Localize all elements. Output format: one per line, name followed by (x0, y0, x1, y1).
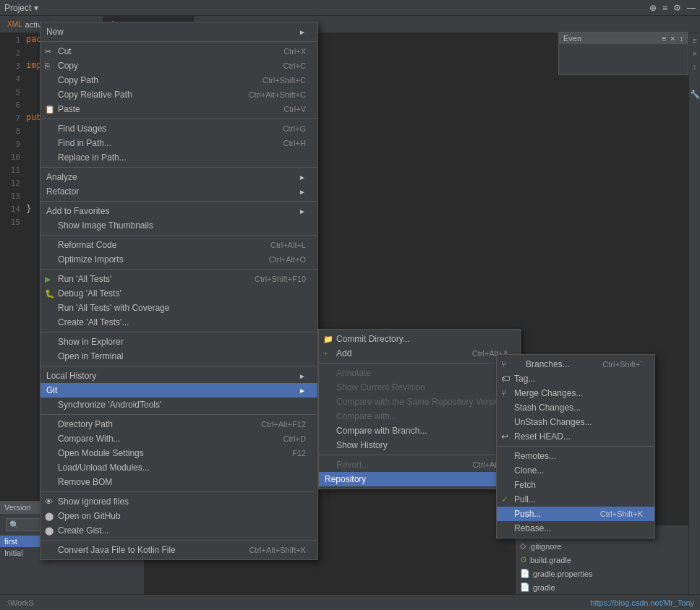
optimize-label: Optimize Imports (58, 254, 124, 265)
menu-item-copy[interactable]: ⎘ Copy Ctrl+C (40, 59, 317, 73)
event-log-icon-list[interactable]: ≡ (662, 34, 666, 43)
git-compare-branch[interactable]: Compare with Branch... (319, 424, 520, 438)
divider-8 (40, 366, 317, 366)
git-repository[interactable]: Repository ► (319, 472, 520, 486)
remote-merge[interactable]: ⑂ Merge Changes... (497, 386, 654, 400)
menu-item-find-usages[interactable]: Find Usages Ctrl+G (40, 121, 317, 136)
menu-item-compare-with[interactable]: Compare With... Ctrl+D (40, 431, 317, 446)
remote-pull[interactable]: ✓ Pull... (497, 492, 654, 507)
menu-item-run-coverage[interactable]: Run 'All Tests' with Coverage (40, 301, 317, 315)
topbar-icon-list[interactable]: ≡ (662, 3, 667, 13)
line-num-2: 2 (0, 48, 26, 58)
reformat-label: Reformat Code (58, 240, 116, 250)
event-log-panel: Even ≡ × ↕ (558, 32, 688, 75)
menu-item-copy-path[interactable]: Copy Path Ctrl+Shift+C (40, 73, 317, 87)
menu-item-local-history[interactable]: Local History ► (40, 369, 317, 383)
remote-unstash[interactable]: UnStash Changes... (497, 415, 654, 429)
menu-item-load-unload[interactable]: Load/Unload Modules... (40, 460, 317, 475)
menu-item-directory-path[interactable]: Directory Path Ctrl+Alt+F12 (40, 417, 317, 431)
git-revert[interactable]: Revert... Ctrl+Alt+Z (319, 458, 520, 472)
add-favorites-label: Add to Favorites (46, 206, 109, 216)
menu-item-analyze[interactable]: Analyze ► (40, 170, 317, 184)
divider-9 (40, 414, 317, 415)
divider-5 (40, 235, 317, 236)
menu-item-copy-relative[interactable]: Copy Relative Path Ctrl+Alt+Shift+C (40, 87, 317, 102)
line-num-14: 14 (0, 205, 26, 214)
git-compare-repo[interactable]: Compare with the Same Repository Version (319, 395, 520, 409)
remote-rebase[interactable]: Rebase... (497, 521, 654, 536)
menu-item-remove-bom[interactable]: Remove BOM (40, 475, 317, 489)
compare-with-shortcut: Ctrl+D (283, 434, 306, 443)
git-annotate[interactable]: Annotate (319, 366, 520, 380)
menu-item-add-favorites[interactable]: Add to Favorites ► (40, 204, 317, 218)
remote-remotes[interactable]: Remotes... (497, 449, 654, 463)
event-log-icon-expand[interactable]: ↕ (680, 34, 684, 43)
menu-item-refactor[interactable]: Refactor ► (40, 184, 317, 199)
menu-item-reformat[interactable]: Reformat Code Ctrl+Alt+L (40, 238, 317, 252)
menu-item-show-thumbnails[interactable]: Show Image Thumbnails (40, 218, 317, 233)
file-item-gradle[interactable]: 📄 gradle (516, 580, 688, 594)
git-compare-with-label: Compare with... (336, 411, 397, 421)
right-icon-2[interactable]: × (692, 49, 696, 58)
line-content-14: } (26, 204, 31, 214)
menu-item-git[interactable]: Git ► (40, 383, 317, 398)
remote-fetch[interactable]: Fetch (497, 478, 654, 492)
rebase-label: Rebase... (514, 523, 551, 533)
compare-repo-label: Compare with the Same Repository Version (336, 397, 505, 407)
remote-clone[interactable]: Clone... (497, 463, 654, 478)
find-usages-label: Find Usages (58, 124, 106, 134)
divider-1 (40, 41, 317, 42)
menu-item-replace-path[interactable]: Replace in Path... (40, 150, 317, 165)
build-gradle-icon: ⚙ (520, 555, 527, 564)
topbar-icon-minimize[interactable]: — (687, 3, 696, 13)
reset-icon: ↩ (501, 431, 508, 442)
menu-item-cut[interactable]: ✂ Cut Ctrl+X (40, 44, 317, 59)
menu-item-synchronize[interactable]: Synchronize 'AndroidTools' (40, 398, 317, 412)
git-show-history[interactable]: Show History (319, 438, 520, 452)
open-module-shortcut: F12 (292, 449, 306, 458)
event-log-icon-close[interactable]: × (670, 34, 675, 43)
menu-item-open-github[interactable]: ⬤ Open on GitHub (40, 509, 317, 523)
topbar-icon-settings[interactable]: ⚙ (673, 3, 681, 13)
status-url[interactable]: https://blog.csdn.net/Mr_Tony (590, 598, 694, 607)
build-gradle-label: build.gradle (530, 556, 571, 564)
file-item-gitignore[interactable]: ◇ .gitignore (516, 539, 688, 553)
menu-item-open-terminal[interactable]: Open in Terminal (40, 349, 317, 364)
copy-icon: ⎘ (45, 61, 50, 70)
gist-icon: ⬤ (45, 526, 54, 536)
git-commit-dir[interactable]: 📁 Commit Directory... (319, 332, 520, 346)
file-item-build-gradle[interactable]: ⚙ build.gradle (516, 553, 688, 567)
right-icon-wrench[interactable]: 🔧 (690, 90, 700, 99)
menu-item-convert-kotlin[interactable]: Convert Java File to Kotlin File Ctrl+Al… (40, 543, 317, 557)
menu-item-create-tests[interactable]: Create 'All Tests'... (40, 315, 317, 330)
menu-item-show-explorer[interactable]: Show in Explorer (40, 335, 317, 349)
remote-tag[interactable]: 🏷 Tag... (497, 371, 654, 386)
top-bar: Project ▾ ⊕ ≡ ⚙ — (0, 0, 700, 16)
analyze-label: Analyze (46, 172, 77, 182)
remote-push[interactable]: Push... Ctrl+Shift+K (497, 507, 654, 521)
right-icon-3[interactable]: ↕ (693, 62, 697, 71)
git-show-current[interactable]: Show Current Revision (319, 380, 520, 395)
topbar-icon-globe[interactable]: ⊕ (649, 3, 657, 13)
file-item-gradle-props[interactable]: 📄 gradle.properties (516, 567, 688, 580)
line-num-5: 5 (0, 87, 26, 97)
menu-item-open-module[interactable]: Open Module Settings F12 (40, 446, 317, 460)
git-add[interactable]: + Add Ctrl+Alt+A (319, 346, 520, 361)
menu-item-run-tests[interactable]: ▶ Run 'All Tests' Ctrl+Shift+F10 (40, 272, 317, 286)
compare-with-label: Compare With... (58, 434, 121, 444)
menu-item-optimize[interactable]: Optimize Imports Ctrl+Alt+O (40, 252, 317, 267)
menu-item-debug-tests[interactable]: 🐛 Debug 'All Tests' (40, 286, 317, 301)
remote-reset-head[interactable]: ↩ Reset HEAD... (497, 429, 654, 444)
remote-branches[interactable]: ⑂ Branches... Ctrl+Shift+` (497, 357, 654, 371)
copy-shortcut: Ctrl+C (283, 61, 306, 70)
menu-item-new[interactable]: New ► (40, 25, 317, 39)
menu-item-create-gist[interactable]: ⬤ Create Gist... (40, 523, 317, 538)
git-compare-with[interactable]: Compare with... (319, 409, 520, 424)
project-title[interactable]: Project ▾ (4, 3, 38, 13)
annotate-label: Annotate (336, 368, 371, 378)
menu-item-show-ignored[interactable]: 👁 Show ignored files (40, 494, 317, 509)
remote-stash[interactable]: Stash Changes... (497, 400, 654, 415)
menu-item-find-path[interactable]: Find in Path... Ctrl+H (40, 136, 317, 150)
right-icon-1[interactable]: ≡ (692, 36, 696, 45)
menu-item-paste[interactable]: 📋 Paste Ctrl+V (40, 102, 317, 116)
